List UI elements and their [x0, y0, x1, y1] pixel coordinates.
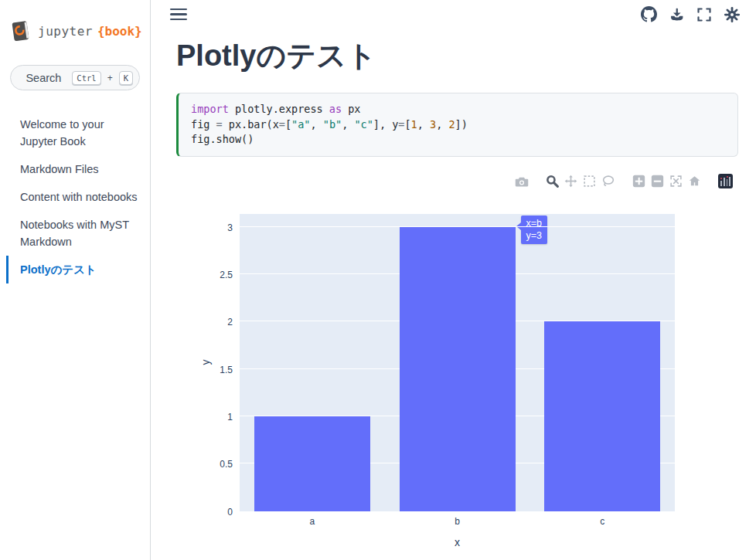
- sidebar-item-welcome[interactable]: Welcome to your Jupyter Book: [6, 110, 150, 155]
- lasso-icon[interactable]: [601, 175, 615, 188]
- bar-chart: y x x=b y=3 00.511.522.53abc: [176, 199, 738, 554]
- hover-tooltip: x=b y=3: [521, 216, 548, 244]
- autoscale-icon[interactable]: [669, 175, 683, 188]
- topbar: [151, 0, 756, 29]
- zoom-icon[interactable]: [546, 175, 559, 188]
- camera-icon[interactable]: [515, 175, 529, 188]
- hamburger-menu-icon[interactable]: [170, 8, 187, 21]
- bar-c[interactable]: [544, 321, 660, 511]
- y-tick-label: 1.5: [220, 365, 233, 375]
- fullscreen-icon[interactable]: [696, 7, 712, 22]
- y-tick-label: 0.5: [220, 459, 233, 470]
- sidebar-item-markdown-files[interactable]: Markdown Files: [6, 155, 150, 183]
- y-tick-label: 1: [227, 412, 233, 423]
- y-tick-label: 2.5: [220, 270, 233, 280]
- sidebar-item-plotly-test[interactable]: Plotlyのテスト: [6, 256, 150, 283]
- tooltip-line-y: y=3: [526, 229, 543, 242]
- x-tick-label: c: [600, 516, 604, 527]
- site-logo[interactable]: jupyter{book}: [0, 17, 150, 45]
- code-block: import plotly.express as pxfig = px.bar(…: [191, 102, 725, 148]
- kbd-ctrl: Ctrl: [72, 71, 100, 85]
- sidebar-nav: Welcome to your Jupyter Book Markdown Fi…: [0, 110, 150, 283]
- plot-area[interactable]: y x x=b y=3 00.511.522.53abc: [240, 214, 675, 511]
- x-tick-label: b: [455, 516, 460, 527]
- box-select-icon[interactable]: [583, 175, 596, 188]
- page-content: Plotlyのテスト import plotly.express as pxfi…: [151, 36, 756, 554]
- search-input[interactable]: Search Ctrl + K: [10, 65, 140, 90]
- y-tick-label: 0: [227, 507, 233, 518]
- y-tick-label: 2: [227, 317, 233, 328]
- y-tick-label: 3: [227, 222, 233, 233]
- code-line: import plotly.express as px: [191, 102, 725, 117]
- code-line: fig.show(): [191, 132, 725, 148]
- gear-icon[interactable]: [724, 6, 741, 23]
- zoom-in-icon[interactable]: [632, 175, 645, 188]
- bar-a[interactable]: [254, 416, 370, 511]
- logo-accent: {book}: [97, 24, 142, 39]
- sidebar-item-content-notebooks[interactable]: Content with notebooks: [6, 183, 150, 211]
- pan-icon[interactable]: [564, 175, 577, 188]
- y-axis-title: y: [199, 360, 212, 365]
- plotly-logo-icon[interactable]: [718, 174, 733, 188]
- code-cell[interactable]: import plotly.express as pxfig = px.bar(…: [176, 93, 738, 157]
- page-title: Plotlyのテスト: [176, 36, 738, 76]
- book-logo-icon: [10, 19, 33, 42]
- zoom-out-icon[interactable]: [651, 175, 664, 188]
- github-icon[interactable]: [641, 6, 657, 22]
- plotly-modebar: [176, 174, 738, 189]
- x-tick-label: a: [309, 516, 315, 527]
- sidebar-item-myst-notebooks[interactable]: Notebooks with MyST Markdown: [6, 211, 150, 256]
- kbd-plus: +: [107, 73, 113, 83]
- logo-text: jupyter: [38, 24, 93, 39]
- reset-home-icon[interactable]: [688, 175, 701, 188]
- code-line: fig = px.bar(x=["a", "b", "c"], y=[1, 3,…: [191, 117, 725, 133]
- main-area: Plotlyのテスト import plotly.express as pxfi…: [151, 0, 756, 560]
- sidebar: jupyter{book} Search Ctrl + K Welcome to…: [0, 0, 151, 560]
- tooltip-line-x: x=b: [526, 217, 543, 229]
- search-label: Search: [26, 72, 61, 84]
- bar-b[interactable]: [400, 227, 516, 511]
- x-axis-title: x: [455, 536, 460, 548]
- download-icon[interactable]: [669, 6, 685, 22]
- kbd-k: K: [119, 71, 133, 85]
